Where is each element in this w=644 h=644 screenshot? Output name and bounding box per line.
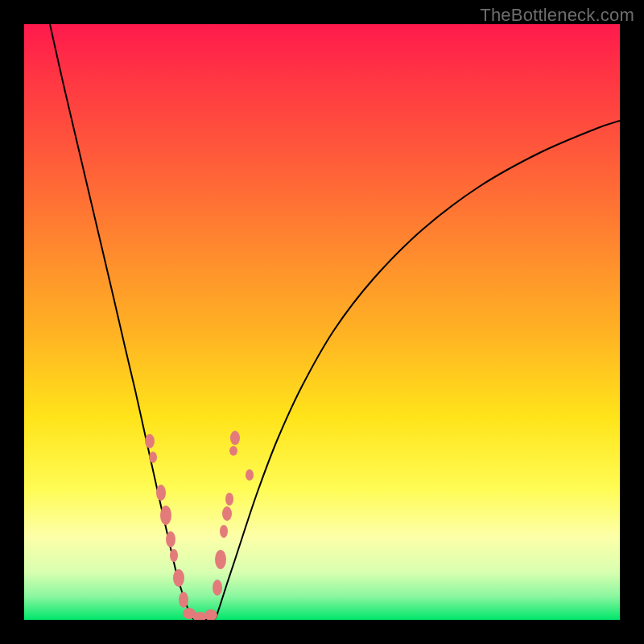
dot-left-2 xyxy=(156,485,166,501)
dot-left-4 xyxy=(166,531,175,547)
dot-right-7 xyxy=(213,580,222,596)
dot-right-2 xyxy=(246,469,254,481)
chart-frame: TheBottleneck.com xyxy=(0,0,644,644)
plot-area xyxy=(24,24,620,620)
dot-left-5 xyxy=(170,549,178,562)
curve-right-branch xyxy=(216,121,620,618)
data-point-dots xyxy=(145,431,254,620)
dot-right-6 xyxy=(215,550,226,569)
curve-svg xyxy=(24,24,620,620)
dot-right-0 xyxy=(230,431,240,445)
v-curve xyxy=(50,24,620,620)
dot-bottom-2 xyxy=(204,609,217,620)
dot-left-7 xyxy=(179,592,188,608)
watermark-text: TheBottleneck.com xyxy=(480,5,634,26)
dot-left-0 xyxy=(145,434,155,448)
curve-left-branch xyxy=(50,24,192,618)
dot-right-1 xyxy=(229,446,237,456)
dot-left-1 xyxy=(149,452,157,463)
dot-left-3 xyxy=(160,506,171,525)
dot-left-6 xyxy=(173,569,184,587)
dot-right-3 xyxy=(225,493,233,506)
dot-right-4 xyxy=(222,506,232,521)
dot-right-5 xyxy=(220,525,228,538)
